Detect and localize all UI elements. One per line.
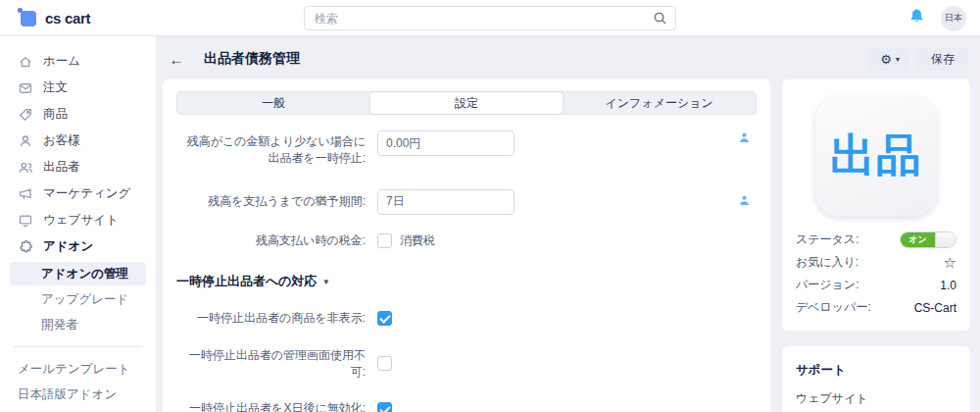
sidebar-item-orders[interactable]: 注文 (10, 75, 146, 101)
developer-row: デベロッパー: CS-Cart (796, 296, 956, 319)
addon-info-card: 出品 ステータス: オン お気に入り: ☆ (782, 79, 970, 331)
vendors-icon (18, 160, 33, 176)
support-link-website[interactable]: ウェブサイト (796, 390, 956, 407)
hide-products-checkbox[interactable] (377, 311, 392, 326)
app-window: cs cart 日本 ホーム 注文 (0, 0, 980, 412)
back-button[interactable]: ← (165, 51, 188, 68)
sidebar-item-customers[interactable]: お客様 (10, 128, 146, 154)
version-row: バージョン: 1.0 (796, 274, 956, 296)
settings-gear-button[interactable]: ⚙ ▾ (870, 47, 909, 71)
tabbar: 一般 設定 インフォメーション (176, 91, 757, 115)
cscart-logo[interactable]: cs cart (0, 8, 157, 27)
customers-icon (18, 133, 33, 149)
favorite-star-icon[interactable]: ☆ (944, 254, 956, 272)
language-selector[interactable]: 日本 (941, 6, 966, 31)
cscart-logo-icon (18, 8, 37, 27)
consumption-tax-checkbox[interactable] (377, 233, 392, 248)
field-disable-after-x: 一時停止出品者をX日後に無効化: (176, 400, 757, 412)
field-block-admin: 一時停止出品者の管理画面使用不可: (176, 347, 757, 382)
save-button[interactable]: 保存 (917, 47, 968, 71)
field-hide-products: 一時停止出品者の商品を非表示: (176, 310, 757, 327)
sidebar-subitem-upgrade[interactable]: アップグレード (10, 287, 146, 311)
storefront-override-icon[interactable] (738, 193, 751, 211)
right-panel: 出品 ステータス: オン お気に入り: ☆ (782, 79, 970, 412)
field-grace-period: 残高を支払うまでの猶予期間: (176, 189, 757, 215)
grace-period-input[interactable] (377, 189, 514, 215)
support-title: サポート (796, 362, 956, 379)
suspend-balance-input[interactable] (377, 130, 514, 156)
tab-settings[interactable]: 設定 (370, 92, 564, 114)
storefront-override-icon[interactable] (738, 130, 751, 148)
sidebar-item-products[interactable]: 商品 (10, 101, 146, 128)
tab-general[interactable]: 一般 (177, 92, 370, 114)
chevron-down-icon: ▾ (896, 55, 900, 64)
search-input[interactable] (304, 6, 676, 30)
home-icon (18, 54, 33, 70)
page-title: 出品者債務管理 (204, 50, 300, 68)
sidebar-item-addons[interactable]: アドオン (10, 233, 146, 260)
favorite-row: お気に入り: ☆ (796, 251, 956, 274)
field-suspend-balance: 残高がこの金額より少ない場合に出品者を一時停止: (176, 130, 757, 168)
sidebar-item-website[interactable]: ウェブサイト (10, 207, 146, 233)
tab-information[interactable]: インフォメーション (563, 92, 756, 114)
sidebar-item-home[interactable]: ホーム (10, 48, 146, 75)
sidebar: ホーム 注文 商品 お客様 出品者 マーケティング (0, 36, 157, 412)
disable-after-x-checkbox[interactable] (377, 402, 392, 412)
products-icon (18, 107, 33, 123)
topbar: cs cart 日本 (0, 0, 980, 36)
support-card: サポート ウェブサイト フォーラム（英語） 日本語サポートセンター (782, 346, 970, 412)
gear-icon: ⚙ (880, 53, 892, 66)
search-icon[interactable] (653, 11, 667, 29)
block-admin-checkbox[interactable] (377, 356, 392, 371)
main-area: ← 出品者債務管理 ⚙ ▾ 保存 一般 設定 インフォメーション (157, 36, 980, 412)
page-header: ← 出品者債務管理 ⚙ ▾ 保存 (165, 47, 968, 71)
orders-icon (18, 80, 33, 96)
sidebar-divider (14, 346, 142, 347)
website-icon (18, 213, 33, 229)
marketing-icon (18, 186, 33, 202)
section-suspended-vendors[interactable]: 一時停止出品者への対応 ▾ (176, 273, 757, 290)
sidebar-item-japanese-addons[interactable]: 日本語版アドオン (10, 383, 146, 406)
logo-text: cs cart (45, 10, 90, 26)
sidebar-subitem-developer[interactable]: 開発者 (10, 313, 146, 336)
section-collapse-icon: ▾ (324, 277, 329, 286)
toggle-knob[interactable] (935, 232, 956, 247)
global-search (304, 6, 676, 30)
notifications-bell-icon[interactable] (908, 8, 925, 28)
sidebar-item-mail-templates[interactable]: メールテンプレート (10, 357, 146, 381)
sidebar-item-marketing[interactable]: マーケティング (10, 180, 146, 207)
settings-form-card: 一般 設定 インフォメーション 残高がこの金額より少ない場合に出品者を一時停止:… (163, 79, 770, 412)
addon-app-icon: 出品 (815, 95, 937, 217)
sidebar-subitem-manage-addons[interactable]: アドオンの管理 (10, 262, 146, 285)
sidebar-item-vendors[interactable]: 出品者 (10, 154, 146, 180)
addons-icon (18, 239, 33, 255)
status-row: ステータス: オン (796, 229, 956, 251)
status-toggle[interactable]: オン (900, 232, 956, 248)
field-balance-tax: 残高支払い時の税金: 消費税 (176, 232, 757, 249)
